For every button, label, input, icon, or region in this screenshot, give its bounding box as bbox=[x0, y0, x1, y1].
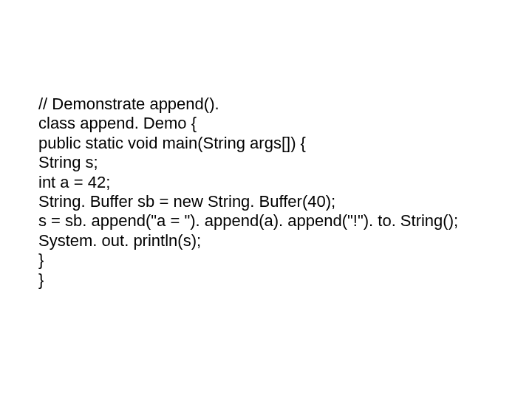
code-line-7: s = sb. append("a = "). append(a). appen… bbox=[38, 211, 502, 231]
code-line-1: // Demonstrate append(). bbox=[38, 95, 502, 114]
code-line-8: System. out. println(s); bbox=[38, 231, 502, 250]
code-block: // Demonstrate append(). class append. D… bbox=[0, 0, 532, 290]
code-line-9: } bbox=[38, 250, 502, 270]
code-line-3: public static void main(String args[]) { bbox=[38, 134, 502, 153]
code-line-6: String. Buffer sb = new String. Buffer(4… bbox=[38, 192, 502, 211]
code-line-2: class append. Demo { bbox=[38, 114, 502, 133]
code-line-4: String s; bbox=[38, 153, 502, 172]
code-line-10: } bbox=[38, 270, 502, 290]
code-line-5: int a = 42; bbox=[38, 173, 502, 192]
